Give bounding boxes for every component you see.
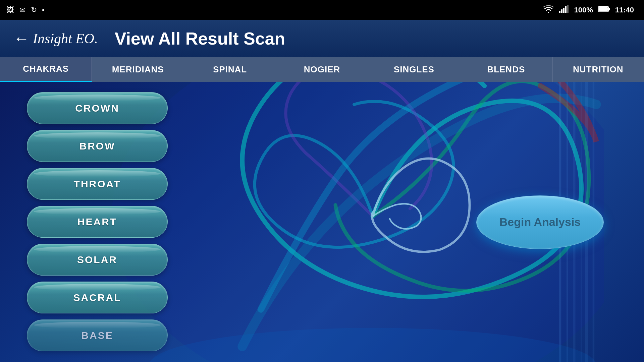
main-content: CROWN BROW THROAT HEART SOLAR SACRAL BAS… — [0, 82, 644, 362]
chakra-button-brow[interactable]: BROW — [27, 130, 168, 162]
tab-nutrition[interactable]: NUTRITION — [552, 57, 644, 82]
status-bar: 🖼 ✉ ↻ 100% — [0, 0, 644, 20]
time-display: 11:40 — [615, 6, 634, 14]
back-button[interactable]: ← Insight EO. — [13, 31, 98, 47]
battery-icon — [598, 6, 610, 14]
svg-point-15 — [149, 328, 596, 362]
tab-spinal[interactable]: SPINAL — [184, 57, 276, 82]
tab-nogier[interactable]: NOGIER — [276, 57, 368, 82]
chakra-label-solar: SOLAR — [77, 254, 117, 265]
battery-percent: 100% — [574, 6, 593, 14]
svg-rect-4 — [567, 5, 569, 13]
svg-rect-6 — [608, 8, 610, 10]
photo-icon: 🖼 — [7, 6, 14, 14]
begin-analysis-button[interactable]: Begin Analysis — [476, 195, 604, 249]
tab-chakras[interactable]: CHAKRAS — [0, 57, 92, 82]
chakra-label-heart: HEART — [77, 216, 117, 228]
svg-rect-0 — [559, 11, 560, 13]
back-arrow-icon: ← — [13, 31, 30, 47]
loop-icon: ↻ — [31, 6, 37, 14]
header: ← Insight EO. View All Result Scan — [0, 20, 644, 57]
tab-blends[interactable]: BLENDS — [460, 57, 552, 82]
signal-icon — [559, 5, 569, 15]
dot-icon — [42, 9, 44, 11]
mail-icon: ✉ — [19, 6, 25, 14]
page-title: View All Result Scan — [115, 28, 285, 49]
chakra-list: CROWN BROW THROAT HEART SOLAR SACRAL BAS… — [27, 92, 168, 351]
status-right-info: 100% 11:40 — [543, 5, 634, 15]
chakra-label-throat: THROAT — [74, 178, 121, 190]
chakra-button-base[interactable]: BASE — [27, 319, 168, 351]
begin-analysis-label: Begin Analysis — [499, 216, 581, 229]
status-left-icons: 🖼 ✉ ↻ — [7, 6, 44, 14]
tab-bar: CHAKRAS MERIDIANS SPINAL NOGIER SINGLES … — [0, 57, 644, 82]
chakra-label-sacral: SACRAL — [73, 292, 121, 303]
chakra-label-crown: CROWN — [75, 103, 119, 114]
chakra-button-throat[interactable]: THROAT — [27, 168, 168, 200]
svg-rect-1 — [561, 9, 562, 13]
tab-singles[interactable]: SINGLES — [368, 57, 460, 82]
app-logo: Insight EO. — [33, 31, 98, 47]
chakra-label-base: BASE — [81, 330, 113, 341]
chakra-button-crown[interactable]: CROWN — [27, 92, 168, 124]
chakra-label-brow: BROW — [79, 140, 115, 152]
chakra-button-sacral[interactable]: SACRAL — [27, 282, 168, 313]
svg-rect-2 — [563, 8, 565, 13]
wifi-icon — [543, 5, 554, 15]
svg-rect-7 — [599, 7, 608, 11]
chakra-button-solar[interactable]: SOLAR — [27, 244, 168, 276]
chakra-button-heart[interactable]: HEART — [27, 206, 168, 238]
tab-meridians[interactable]: MERIDIANS — [92, 57, 184, 82]
svg-rect-3 — [565, 6, 567, 13]
